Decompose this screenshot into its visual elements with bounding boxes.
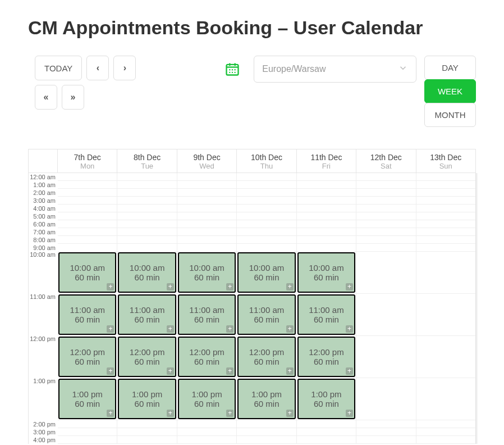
appointment-slot[interactable]: 1:00 pm60 min+	[297, 379, 355, 419]
day-of-week: Mon	[58, 162, 117, 170]
hour-row	[58, 420, 117, 428]
appointment-slot[interactable]: 10:00 am60 min+	[58, 252, 116, 293]
appointment-slot[interactable]: 10:00 am60 min+	[118, 252, 176, 293]
timezone-placeholder: Europe/Warsaw	[262, 64, 326, 74]
plus-icon[interactable]: +	[226, 283, 233, 290]
slot-time: 11:00 am	[249, 305, 285, 315]
prev-button[interactable]: ‹	[86, 56, 109, 80]
hour-row	[117, 436, 176, 444]
jump-prev-button[interactable]: «	[35, 85, 57, 110]
hour-label: 7:00 am	[29, 228, 58, 236]
plus-icon[interactable]: +	[346, 325, 353, 333]
plus-icon[interactable]: +	[346, 410, 353, 417]
plus-icon[interactable]: +	[286, 367, 294, 375]
plus-icon[interactable]: +	[226, 325, 233, 333]
appointment-slot[interactable]: 12:00 pm60 min+	[118, 337, 176, 377]
appointment-slot[interactable]: 11:00 am60 min+	[58, 294, 116, 335]
slot-duration: 60 min	[314, 399, 339, 408]
appointment-slot[interactable]: 10:00 am60 min+	[297, 252, 355, 293]
plus-icon[interactable]: +	[346, 367, 353, 375]
appointment-slot[interactable]: 1:00 pm60 min+	[58, 379, 116, 419]
appointment-slot[interactable]: 10:00 am60 min+	[237, 252, 295, 293]
appointment-slot[interactable]: 11:00 am60 min+	[237, 294, 295, 335]
plus-icon[interactable]: +	[167, 325, 174, 333]
slot-duration: 60 min	[314, 273, 339, 282]
plus-icon[interactable]: +	[167, 283, 174, 290]
plus-icon[interactable]: +	[167, 367, 174, 375]
hour-row: 10:00 am60 min+	[58, 252, 117, 294]
calendar-icon[interactable]	[220, 57, 245, 81]
hour-row	[177, 212, 236, 220]
plus-icon[interactable]: +	[226, 410, 233, 417]
plus-icon[interactable]: +	[107, 325, 114, 333]
appointment-slot[interactable]: 12:00 pm60 min+	[178, 337, 236, 377]
hour-row	[297, 197, 356, 205]
hour-label: 12:00 pm	[29, 335, 58, 377]
hour-row	[356, 336, 415, 378]
hour-row	[356, 212, 415, 220]
hour-row	[237, 228, 296, 236]
hour-row	[416, 378, 475, 420]
hour-row	[58, 236, 117, 244]
hour-row	[117, 181, 176, 189]
hour-row	[177, 181, 236, 189]
hour-row: 12:00 pm60 min+	[177, 336, 236, 378]
plus-icon[interactable]: +	[107, 367, 114, 375]
appointment-slot[interactable]: 12:00 pm60 min+	[58, 337, 116, 377]
hour-row	[356, 252, 415, 294]
day-header: 11th DecFri	[297, 149, 356, 172]
hour-row	[177, 189, 236, 197]
hour-row	[117, 236, 176, 244]
slot-time: 12:00 pm	[189, 347, 224, 357]
plus-icon[interactable]: +	[226, 367, 233, 375]
hour-row	[416, 294, 475, 336]
day-date: 11th Dec	[297, 153, 356, 162]
appointment-slot[interactable]: 11:00 am60 min+	[118, 294, 176, 335]
next-button[interactable]: ›	[113, 56, 136, 80]
hour-row	[237, 220, 296, 228]
hour-row: 1:00 pm60 min+	[117, 378, 176, 420]
plus-icon[interactable]: +	[167, 410, 174, 417]
day-of-week: Wed	[177, 162, 236, 170]
hour-row	[117, 244, 176, 252]
hour-row	[356, 197, 415, 205]
hour-row	[297, 173, 356, 181]
slot-time: 12:00 pm	[130, 347, 165, 357]
jump-next-button[interactable]: »	[62, 85, 84, 110]
slot-time: 12:00 pm	[70, 347, 105, 357]
hour-row: 12:00 pm60 min+	[58, 336, 117, 378]
appointment-slot[interactable]: 12:00 pm60 min+	[237, 337, 295, 377]
timezone-select[interactable]: Europe/Warsaw	[254, 56, 416, 83]
hour-row	[297, 220, 356, 228]
plus-icon[interactable]: +	[107, 283, 114, 290]
scrollbar[interactable]	[476, 173, 478, 444]
hour-row: 1:00 pm60 min+	[297, 378, 356, 420]
view-week-button[interactable]: WEEK	[424, 79, 476, 103]
appointment-slot[interactable]: 1:00 pm60 min+	[118, 379, 176, 419]
hour-row	[297, 212, 356, 220]
plus-icon[interactable]: +	[346, 283, 353, 290]
view-month-button[interactable]: MONTH	[424, 103, 476, 127]
appointment-slot[interactable]: 10:00 am60 min+	[178, 252, 236, 293]
plus-icon[interactable]: +	[286, 410, 294, 417]
hour-row	[58, 228, 117, 236]
plus-icon[interactable]: +	[286, 325, 294, 333]
appointment-slot[interactable]: 1:00 pm60 min+	[237, 379, 295, 419]
hour-row	[356, 428, 415, 436]
today-button[interactable]: TODAY	[35, 56, 82, 80]
hour-row: 11:00 am60 min+	[237, 294, 296, 336]
svg-point-6	[235, 69, 236, 70]
appointment-slot[interactable]: 11:00 am60 min+	[297, 294, 355, 335]
plus-icon[interactable]: +	[286, 283, 294, 290]
hour-row	[416, 336, 475, 378]
appointment-slot[interactable]: 12:00 pm60 min+	[297, 337, 355, 377]
hour-row	[416, 236, 475, 244]
appointment-slot[interactable]: 1:00 pm60 min+	[178, 379, 236, 419]
hour-row	[356, 205, 415, 212]
slot-duration: 60 min	[194, 273, 219, 282]
view-day-button[interactable]: DAY	[424, 56, 476, 80]
appointment-slot[interactable]: 11:00 am60 min+	[178, 294, 236, 335]
hour-row	[297, 189, 356, 197]
slot-duration: 60 min	[75, 315, 100, 324]
plus-icon[interactable]: +	[107, 410, 114, 417]
